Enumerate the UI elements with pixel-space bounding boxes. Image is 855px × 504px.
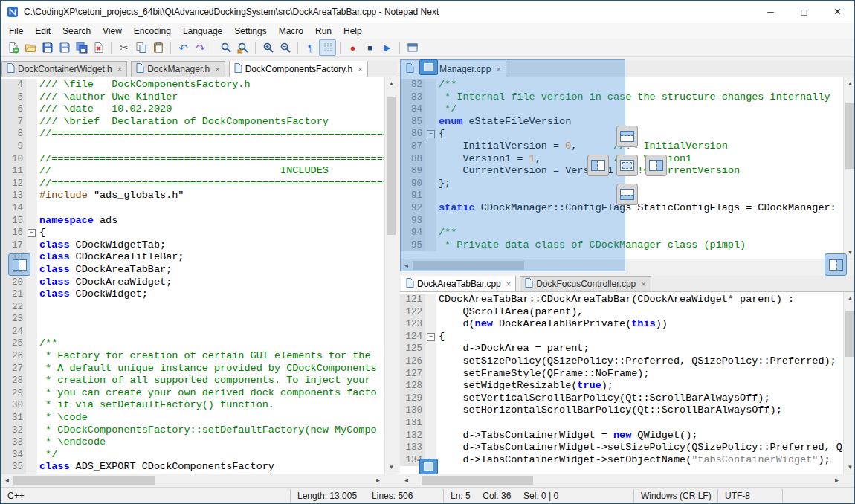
menu-item-run[interactable]: Run xyxy=(309,25,338,38)
title-bar[interactable]: C:\CodingXP\cetoni_projects_64bit\QtAdva… xyxy=(1,1,854,23)
fold-marker[interactable]: − xyxy=(427,130,435,138)
fold-margin xyxy=(26,337,37,350)
code-line: 27 * A default unique instance provided … xyxy=(1,363,384,375)
fold-margin xyxy=(26,326,37,338)
horizontal-scrollbar[interactable]: ◄ ► xyxy=(400,259,854,271)
tab-close-icon[interactable]: × xyxy=(215,65,219,74)
menu-item-settings[interactable]: Settings xyxy=(228,25,272,38)
save-all-icon xyxy=(76,42,88,54)
find-button[interactable] xyxy=(217,39,234,56)
fold-margin xyxy=(26,412,37,424)
dock-left-icon xyxy=(591,160,605,171)
menu-item-encoding[interactable]: Encoding xyxy=(128,25,177,38)
menu-item-macro[interactable]: Macro xyxy=(273,25,309,38)
line-number: 132 xyxy=(400,430,425,442)
horizontal-scrollbar[interactable]: ◄ ► xyxy=(1,474,397,486)
menu-item-view[interactable]: View xyxy=(97,25,128,38)
tab-close-icon[interactable]: × xyxy=(358,65,362,74)
zoom-in-button[interactable] xyxy=(259,39,277,56)
drop-indicator-center[interactable] xyxy=(616,155,638,176)
scrollbar-thumb[interactable] xyxy=(422,476,533,485)
drag-indicator-bottom[interactable] xyxy=(419,459,438,474)
drop-indicator-left[interactable] xyxy=(587,155,609,176)
scrollbar-thumb[interactable] xyxy=(387,97,396,235)
tab-dockmanager-h[interactable]: DockManager.h× xyxy=(131,61,225,77)
scrollbar-thumb[interactable] xyxy=(845,311,854,357)
fold-marker[interactable]: − xyxy=(427,333,435,341)
scroll-left-arrow-icon[interactable]: ◄ xyxy=(1,474,13,486)
scroll-up-arrow-icon[interactable]: ▲ xyxy=(385,77,397,90)
drag-indicator-top[interactable] xyxy=(419,59,438,75)
cut-button[interactable]: ✂ xyxy=(115,39,132,56)
menu-item-file[interactable]: File xyxy=(3,25,29,38)
tab-close-icon[interactable]: × xyxy=(496,65,500,74)
maximize-button[interactable]: □ xyxy=(787,1,821,23)
menu-item-language[interactable]: Language xyxy=(177,25,228,38)
copy-button[interactable] xyxy=(132,39,149,56)
scroll-left-arrow-icon[interactable]: ◄ xyxy=(400,259,413,271)
new-file-button[interactable] xyxy=(4,39,22,56)
scrollbar-thumb[interactable] xyxy=(13,476,155,485)
scroll-down-arrow-icon[interactable]: ▼ xyxy=(385,461,397,474)
scroll-up-arrow-icon[interactable]: ▲ xyxy=(844,292,854,305)
tab-dockareatabbar-cpp[interactable]: DockAreaTabBar.cpp× xyxy=(401,276,516,291)
tab-dockcontainerwidget-h[interactable]: DockContainerWidget.h× xyxy=(1,61,127,77)
vertical-scrollbar[interactable]: ▲ ▼ xyxy=(384,77,397,474)
macro-play-button[interactable]: ▶ xyxy=(378,39,396,56)
fold-marker[interactable]: − xyxy=(28,229,36,237)
play-icon: ▶ xyxy=(384,43,390,52)
scroll-right-arrow-icon[interactable]: ► xyxy=(372,474,384,486)
macro-stop-button[interactable]: ■ xyxy=(361,39,378,56)
save-file-button[interactable] xyxy=(39,39,56,56)
code-text: Version1 = 1, //!< Version1 xyxy=(436,153,843,166)
zoom-out-button[interactable] xyxy=(277,39,294,56)
drop-indicator-top[interactable] xyxy=(616,126,638,147)
line-number: 131 xyxy=(400,417,425,430)
menu-item-edit[interactable]: Edit xyxy=(29,25,57,38)
scroll-up-arrow-icon[interactable]: ▲ xyxy=(844,77,854,90)
paste-button[interactable] xyxy=(149,39,167,56)
minimize-button[interactable]: ─ xyxy=(754,1,787,23)
code-line: 20class CDockAreaWidget; xyxy=(1,277,384,289)
scroll-left-arrow-icon[interactable]: ◄ xyxy=(400,474,413,486)
show-all-characters-button[interactable]: ¶ xyxy=(302,39,319,56)
editor-left[interactable]: 4/// \file DockComponentsFactory.h5/// \… xyxy=(1,77,384,474)
save-all-button[interactable] xyxy=(73,39,90,56)
tab-close-icon[interactable]: × xyxy=(117,65,122,74)
replace-button[interactable] xyxy=(234,39,251,56)
tab-close-icon[interactable]: × xyxy=(506,280,511,288)
dock-bottom-icon xyxy=(620,189,634,200)
status-eol-format[interactable]: Windows (CR LF) xyxy=(634,488,717,503)
tab-close-icon[interactable]: × xyxy=(641,280,645,288)
redo-button[interactable]: ↷ xyxy=(192,39,209,56)
edge-drop-indicator-right[interactable] xyxy=(825,253,847,276)
replace-icon xyxy=(237,42,249,54)
macro-record-button[interactable]: ● xyxy=(344,39,361,56)
menu-item-help[interactable]: Help xyxy=(338,25,368,38)
code-text: * Factory for creation of certain GUI el… xyxy=(37,350,384,363)
horizontal-scrollbar[interactable]: ◄ ► xyxy=(400,474,854,486)
tab-dockcomponentsfactory-h[interactable]: DockComponentsFactory.h× xyxy=(229,61,368,77)
vertical-scrollbar[interactable]: ▲ ▼ xyxy=(843,77,854,259)
undo-button[interactable]: ↶ xyxy=(175,39,192,56)
drop-indicator-bottom[interactable] xyxy=(616,184,638,205)
open-file-button[interactable] xyxy=(22,39,39,56)
dock-center-icon xyxy=(620,160,634,171)
scrollbar-thumb[interactable] xyxy=(845,103,854,169)
tab-manager-cpp[interactable]: Manager.cpp× xyxy=(401,61,506,77)
drop-indicator-right[interactable] xyxy=(645,155,667,176)
save-copy-as-button[interactable] xyxy=(56,39,73,56)
vertical-scrollbar[interactable]: ▲ ▼ xyxy=(843,292,854,474)
scroll-down-arrow-icon[interactable]: ▼ xyxy=(844,461,854,474)
editor-bottom-right[interactable]: 121CDockAreaTabBar::CDockAreaTabBar(CDoc… xyxy=(400,292,843,474)
close-file-button[interactable] xyxy=(90,39,107,56)
close-button[interactable]: × xyxy=(821,1,854,23)
scrollbar-thumb[interactable] xyxy=(413,261,524,270)
edge-drop-indicator-left[interactable] xyxy=(8,253,30,276)
window-view-button[interactable] xyxy=(404,39,421,56)
scroll-right-arrow-icon[interactable]: ► xyxy=(830,474,843,486)
indent-guides-button[interactable] xyxy=(319,39,336,56)
status-encoding[interactable]: UTF-8 xyxy=(718,488,782,503)
tab-dockfocuscontroller-cpp[interactable]: DockFocusController.cpp× xyxy=(520,276,651,291)
menu-item-search[interactable]: Search xyxy=(57,25,97,38)
